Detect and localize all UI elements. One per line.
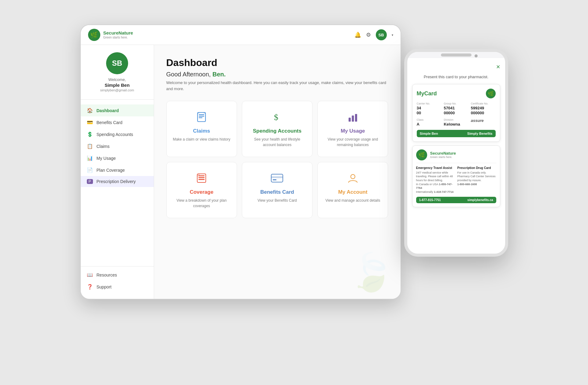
svg-rect-16 <box>271 176 283 178</box>
card-green-bar: Simple Ben Simply Benefits <box>417 130 496 137</box>
svg-rect-4 <box>198 112 199 114</box>
card-bar-org: Simply Benefits <box>467 132 493 135</box>
sidebar-avatar: SB <box>106 52 128 74</box>
group-val1: 57041 <box>444 106 468 111</box>
class-field: Class A <box>417 118 442 127</box>
card-my-account[interactable]: My Account View and manage account detai… <box>317 162 388 218</box>
page-title: Dashboard <box>166 57 388 68</box>
dashboard-grid: Claims Make a claim or view claims histo… <box>166 101 388 218</box>
close-button[interactable]: × <box>496 63 500 71</box>
back-green-bar: 1-877-815-7751 simplybenefits.ca <box>416 197 496 203</box>
phone-camera <box>475 54 478 57</box>
phone-device: × Present this card to your pharmacist. … <box>404 49 508 257</box>
coverage-card-desc: View a breakdown of your plan coverages <box>173 198 231 209</box>
back-card-body: Emergency Travel Assist 24/7 medical ser… <box>416 166 496 194</box>
card-benefits-card[interactable]: Benefits Card View your Benefits Card <box>242 162 312 218</box>
phone-notch-bar <box>407 52 505 58</box>
sidebar-label-resources: Resources <box>97 273 117 277</box>
sidebar-bottom: 📖 Resources ❓ Support <box>81 266 154 293</box>
usage-card-title: My Usage <box>341 128 365 134</box>
brand-part2: Nature <box>119 30 133 35</box>
cert-val1: 599249 <box>471 106 496 111</box>
sidebar-label-plan-coverage: Plan Coverage <box>97 168 125 173</box>
division-field: Division Kelowna <box>444 118 468 127</box>
svg-rect-3 <box>199 117 202 118</box>
card-claims[interactable]: Claims Make a claim or view claims histo… <box>166 101 237 157</box>
card-my-usage[interactable]: My Usage View your coverage usage and re… <box>317 101 388 157</box>
notification-icon[interactable]: 🔔 <box>354 31 361 38</box>
prescription-drug-title: Prescription Drug Card <box>457 166 496 170</box>
sidebar-item-support[interactable]: ❓ Support <box>81 281 154 293</box>
topbar-icons: 🔔 ⚙ SB ▾ <box>354 29 393 40</box>
sidebar: SB Welcome, Simple Ben simplyben@gmail.c… <box>81 45 154 299</box>
coverage-card-title: Coverage <box>190 189 213 195</box>
tablet-body: SB Welcome, Simple Ben simplyben@gmail.c… <box>81 45 401 299</box>
back-brand: SecureNature Green starts here. <box>430 151 456 159</box>
mycard-title-my: My <box>417 90 424 97</box>
svg-rect-0 <box>198 112 205 122</box>
prescription-drug-text: For use in Canada only. Pharmacy Call Ce… <box>457 171 496 186</box>
claims-card-title: Claims <box>193 128 210 134</box>
mycard-title: MyCard <box>417 90 437 97</box>
emergency-travel-section: Emergency Travel Assist 24/7 medical ser… <box>416 166 455 194</box>
card-fields-row1: Carrier No. 34 00 Group No. 57041 00000 … <box>417 102 496 115</box>
back-bar-website: simplybenefits.ca <box>468 198 493 202</box>
card-coverage[interactable]: Coverage View a breakdown of your plan c… <box>166 162 237 218</box>
benefits-card-back: 🌿 SecureNature Green starts here. Emerge… <box>412 145 500 207</box>
svg-rect-17 <box>273 179 276 180</box>
user-avatar-button[interactable]: SB <box>376 29 387 40</box>
phone-content: × Present this card to your pharmacist. … <box>407 58 505 254</box>
svg-rect-8 <box>352 116 354 122</box>
sidebar-user-section: SB Welcome, Simple Ben simplyben@gmail.c… <box>81 52 154 100</box>
dropdown-arrow-icon[interactable]: ▾ <box>392 33 393 37</box>
brand-name: SecureNature Green starts here. <box>103 31 133 39</box>
sidebar-label-claims: Claims <box>97 144 110 149</box>
sidebar-item-benefits-card[interactable]: 💳 Benefits Card <box>81 116 154 128</box>
sidebar-item-resources[interactable]: 📖 Resources <box>81 269 154 281</box>
assure-field: assure <box>471 118 496 127</box>
sidebar-item-prescription-delivery[interactable]: P Prescription Delivery <box>81 176 154 187</box>
cert-val2: 000000 <box>471 111 496 116</box>
sidebar-item-claims[interactable]: 📋 Claims <box>81 140 154 152</box>
phone-notch <box>441 53 472 57</box>
usage-card-icon <box>347 110 358 124</box>
coverage-icon: 📄 <box>87 167 93 173</box>
card-spending-accounts[interactable]: $ Spending Accounts See your health and … <box>242 101 312 157</box>
division-label: Division <box>444 118 468 121</box>
division-val: Kelowna <box>444 122 468 127</box>
logo-icon: 🌿 <box>88 29 100 41</box>
usage-icon: 📊 <box>87 155 93 161</box>
brand-tagline: Green starts here. <box>103 36 133 39</box>
back-brand-part2: Nature <box>443 151 456 156</box>
carrier-label: Carrier No. <box>417 102 442 105</box>
class-val: A <box>417 122 442 127</box>
sidebar-item-dashboard[interactable]: 🏠 Dashboard <box>81 105 154 116</box>
benefits-card-desc: View your Benefits Card <box>257 198 297 203</box>
sidebar-welcome: Welcome, <box>108 77 126 82</box>
account-card-title: My Account <box>338 189 368 195</box>
dollar-icon: 💲 <box>87 131 93 137</box>
svg-point-18 <box>351 174 355 179</box>
claims-icon: 📋 <box>87 143 93 149</box>
greeting: Good Afternoon, Ben. <box>166 71 388 78</box>
settings-icon[interactable]: ⚙ <box>366 31 371 38</box>
sidebar-label-support: Support <box>97 284 112 289</box>
svg-text:$: $ <box>274 112 278 122</box>
mycard-title-card: Card <box>424 90 437 97</box>
svg-rect-14 <box>197 174 200 176</box>
pharmacist-text: Present this card to your pharmacist. <box>412 75 500 79</box>
svg-rect-7 <box>349 118 351 122</box>
phone-close-area: × <box>412 63 500 71</box>
svg-rect-9 <box>355 114 357 122</box>
assure-text: assure <box>471 118 496 123</box>
benefits-card-front: MyCard 🌿 Carrier No. 34 00 Group No. 570… <box>412 84 500 142</box>
back-brand-part1: Secure <box>430 151 443 156</box>
group-val2: 00000 <box>444 111 468 116</box>
carrier-val1: 34 <box>417 106 442 111</box>
class-label: Class <box>417 118 442 121</box>
tablet-device: 🌿 SecureNature Green starts here. 🔔 ⚙ SB… <box>80 24 401 299</box>
sidebar-item-spending-accounts[interactable]: 💲 Spending Accounts <box>81 128 154 140</box>
sidebar-item-plan-coverage[interactable]: 📄 Plan Coverage <box>81 164 154 176</box>
card-icon: 💳 <box>87 119 93 125</box>
sidebar-item-my-usage[interactable]: 📊 My Usage <box>81 152 154 164</box>
